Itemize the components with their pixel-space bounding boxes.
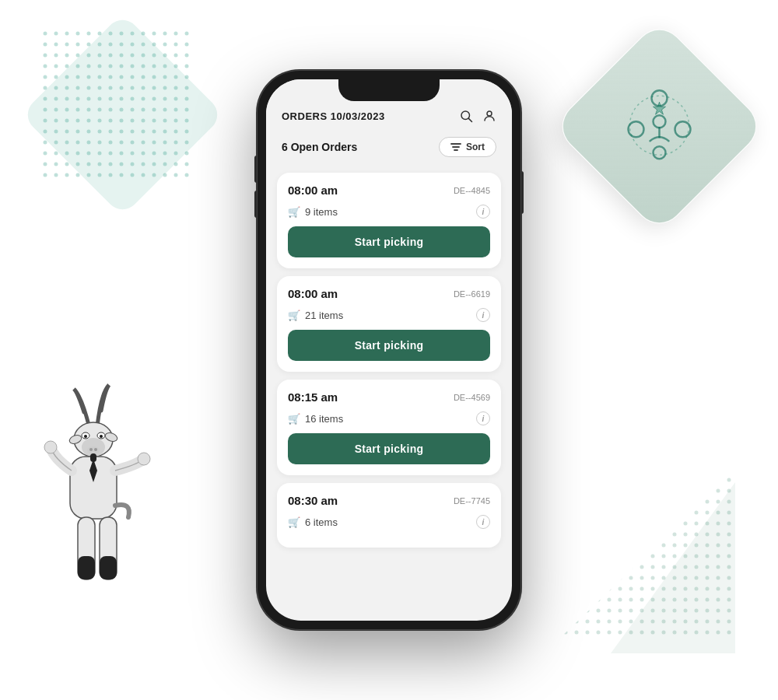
order-id-4: DE--7745 — [454, 496, 490, 506]
order-card-1: 08:00 am DE--4845 🛒 9 items i Start pick… — [277, 173, 501, 268]
sort-icon — [450, 142, 461, 152]
order-id-3: DE--4569 — [454, 393, 490, 402]
volume-down-button — [254, 191, 257, 218]
svg-point-17 — [100, 435, 103, 438]
info-icon-3[interactable]: i — [476, 411, 490, 425]
order-items-left-3: 🛒 16 items — [288, 413, 343, 425]
svg-point-21 — [89, 448, 93, 451]
order-card-2: 08:00 am DE--6619 🛒 21 items i Start pic… — [277, 276, 501, 372]
svg-rect-30 — [78, 556, 95, 579]
order-items-row-4: 🛒 6 items i — [288, 515, 490, 529]
svg-point-22 — [94, 448, 97, 451]
items-count-2: 21 items — [305, 310, 343, 321]
search-icon[interactable] — [459, 109, 473, 123]
volume-up-button — [254, 156, 257, 183]
svg-point-4 — [675, 121, 691, 137]
start-picking-button-1[interactable]: Start picking — [288, 226, 490, 257]
info-icon-4[interactable]: i — [476, 515, 490, 529]
order-card-header-3: 08:15 am DE--4569 — [288, 390, 490, 404]
open-orders-label: 6 Open Orders — [282, 141, 357, 153]
order-time-3: 08:15 am — [288, 390, 338, 404]
glass-diamond-badge — [584, 51, 735, 202]
cart-icon-1: 🛒 — [288, 206, 300, 218]
info-icon-2[interactable]: i — [476, 308, 490, 322]
diamond-icon-wrapper — [621, 86, 699, 167]
screen-content: ORDERS 10/03/2023 6 Open Orders — [266, 79, 512, 621]
order-time-2: 08:00 am — [288, 287, 338, 300]
svg-point-20 — [87, 446, 100, 454]
order-id-2: DE--6619 — [454, 289, 490, 299]
header-icons — [459, 109, 496, 123]
order-card-3: 08:15 am DE--4569 🛒 16 items i Start pic… — [277, 380, 501, 475]
svg-marker-8 — [654, 102, 666, 114]
svg-point-15 — [84, 435, 87, 438]
filter-bar: 6 Open Orders Sort — [266, 131, 512, 166]
start-picking-button-2[interactable]: Start picking — [288, 330, 490, 361]
phone-notch — [338, 79, 440, 101]
goat-svg — [39, 381, 163, 669]
order-card-header-4: 08:30 am DE--7745 — [288, 494, 490, 507]
order-time-4: 08:30 am — [288, 494, 338, 507]
svg-rect-31 — [100, 556, 117, 579]
info-icon-1[interactable]: i — [476, 205, 490, 219]
order-items-row-2: 🛒 21 items i — [288, 308, 490, 322]
cart-icon-3: 🛒 — [288, 413, 300, 425]
svg-point-34 — [487, 111, 492, 116]
items-count-1: 9 items — [305, 206, 338, 218]
goat-mascot — [31, 358, 171, 669]
svg-point-27 — [138, 453, 150, 465]
power-button — [521, 171, 524, 214]
order-items-left-2: 🛒 21 items — [288, 310, 343, 321]
order-time-1: 08:00 am — [288, 184, 338, 197]
user-icon[interactable] — [482, 109, 496, 123]
cart-icon-4: 🛒 — [288, 516, 300, 528]
items-count-3: 16 items — [305, 413, 343, 425]
svg-point-26 — [44, 441, 57, 453]
order-id-1: DE--4845 — [454, 186, 490, 195]
order-card-header-2: 08:00 am DE--6619 — [288, 287, 490, 300]
phone-screen: ORDERS 10/03/2023 6 Open Orders — [266, 79, 512, 621]
team-badge-icon — [621, 86, 699, 164]
cart-icon-2: 🛒 — [288, 310, 300, 321]
order-items-row-1: 🛒 9 items i — [288, 205, 490, 219]
phone-frame: ORDERS 10/03/2023 6 Open Orders — [257, 70, 521, 630]
order-items-left-1: 🛒 9 items — [288, 206, 338, 218]
orders-list: 08:00 am DE--4845 🛒 9 items i Start pick… — [266, 166, 512, 621]
header-title: ORDERS 10/03/2023 — [282, 110, 385, 122]
svg-point-5 — [654, 146, 666, 159]
sort-button[interactable]: Sort — [439, 137, 496, 157]
svg-line-33 — [468, 118, 471, 121]
green-triangle-bg — [611, 482, 735, 653]
order-card-header-1: 08:00 am DE--4845 — [288, 184, 490, 197]
glass-diamond-inner — [552, 19, 767, 234]
order-card-4: 08:30 am DE--7745 🛒 6 items i — [277, 483, 501, 548]
start-picking-button-3[interactable]: Start picking — [288, 433, 490, 464]
order-items-left-4: 🛒 6 items — [288, 516, 338, 528]
items-count-4: 6 items — [305, 516, 338, 528]
order-items-row-3: 🛒 16 items i — [288, 411, 490, 425]
sort-label: Sort — [466, 142, 485, 152]
svg-point-6 — [654, 115, 666, 128]
phone-container: ORDERS 10/03/2023 6 Open Orders — [257, 70, 521, 630]
